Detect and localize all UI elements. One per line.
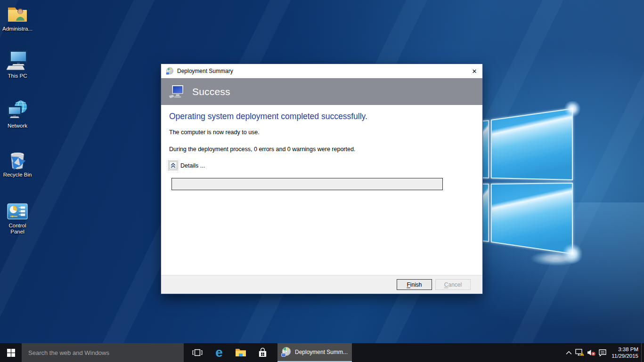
taskbar-clock[interactable]: 3:38 PM 11/29/2015	[610, 346, 641, 359]
volume-muted-icon	[587, 349, 596, 356]
close-button[interactable]: ✕	[469, 66, 480, 76]
chevron-up-icon	[566, 351, 572, 355]
desktop-icon-recycle-bin[interactable]: Recycle Bin	[2, 149, 33, 178]
task-view-button[interactable]	[187, 343, 208, 362]
control-panel-icon	[6, 200, 29, 221]
file-explorer-icon	[235, 348, 246, 357]
taskbar-item-deployment-summary[interactable]: Deployment Summ...	[277, 343, 352, 362]
wizard-body: Operating system deployment completed su…	[161, 105, 482, 276]
edge-browser-button[interactable]: e	[208, 343, 230, 362]
desktop-icon-network[interactable]: Network	[2, 100, 33, 129]
success-heading: Operating system deployment completed su…	[169, 112, 367, 121]
taskbar-item-label: Deployment Summ...	[295, 349, 348, 355]
wizard-header: Success	[161, 78, 482, 105]
computer-icon	[168, 84, 186, 100]
wizard-header-title: Success	[192, 86, 230, 97]
errors-warnings-message: During the deployment process, 0 errors …	[169, 146, 355, 153]
desktop-icon-this-pc[interactable]: This PC	[2, 50, 33, 79]
taskbar-search-box[interactable]	[22, 343, 184, 362]
show-desktop-button[interactable]	[641, 343, 644, 362]
action-center-icon	[598, 349, 607, 357]
file-explorer-button[interactable]	[230, 343, 252, 362]
window-title: Deployment Summary	[177, 68, 469, 74]
ready-message: The computer is now ready to use.	[169, 129, 260, 136]
desktop-icon-administrator[interactable]: Administra...	[2, 3, 33, 32]
system-tray: 3:38 PM 11/29/2015	[563, 343, 644, 362]
recycle-bin-icon	[6, 149, 29, 170]
desktop-icon-label: This PC	[8, 73, 27, 79]
windows-logo-wallpaper	[466, 101, 584, 268]
desktop-icon-label: Administra...	[2, 26, 33, 32]
deployment-summary-window: Deployment Summary ✕ Success Operating s…	[161, 64, 483, 294]
taskbar: e Deployment Summ...	[0, 343, 644, 362]
collapse-details-button[interactable]	[169, 161, 177, 169]
tray-volume-button[interactable]	[586, 343, 597, 362]
clock-date: 11/29/2015	[610, 353, 638, 359]
desktop-icon-label: Recycle Bin	[3, 172, 32, 178]
this-pc-icon	[6, 50, 29, 72]
deployment-progress-bar	[171, 178, 443, 190]
desktop-icon-control-panel[interactable]: Control Panel	[2, 200, 33, 235]
task-view-icon	[192, 348, 203, 357]
desktop-icon-label: Network	[8, 123, 27, 129]
action-center-button[interactable]	[597, 343, 608, 362]
deployment-wizard-disc-icon	[281, 347, 292, 357]
network-warning-icon	[575, 348, 585, 357]
double-chevron-up-icon	[171, 163, 176, 168]
start-button[interactable]	[0, 343, 22, 362]
window-titlebar[interactable]: Deployment Summary ✕	[161, 64, 482, 78]
edge-icon: e	[215, 346, 223, 359]
details-label: Details ...	[180, 162, 205, 169]
store-button[interactable]	[252, 343, 273, 362]
tray-network-button[interactable]	[574, 343, 586, 362]
search-input[interactable]	[22, 343, 184, 362]
finish-button[interactable]: Finish	[397, 279, 432, 290]
clock-time: 3:38 PM	[610, 346, 638, 353]
administrator-folder-icon	[6, 3, 29, 24]
details-row: Details ...	[169, 161, 205, 169]
windows-start-icon	[7, 349, 15, 357]
network-icon	[6, 100, 29, 121]
tray-expand-button[interactable]	[563, 343, 574, 362]
deployment-wizard-disc-icon	[166, 67, 174, 75]
cancel-button: Cancel	[435, 279, 471, 290]
desktop-icon-label: Control Panel	[2, 223, 33, 235]
store-icon	[258, 347, 268, 358]
wizard-footer: Finish Cancel	[161, 275, 482, 294]
